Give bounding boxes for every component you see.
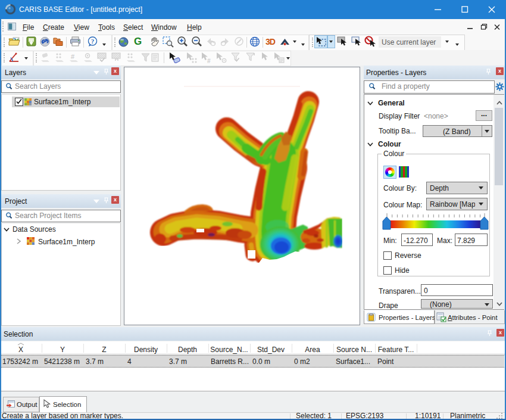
svg-text:?: ?	[91, 38, 95, 45]
svg-text:#: #	[207, 58, 211, 64]
svg-text:#: #	[71, 53, 74, 60]
